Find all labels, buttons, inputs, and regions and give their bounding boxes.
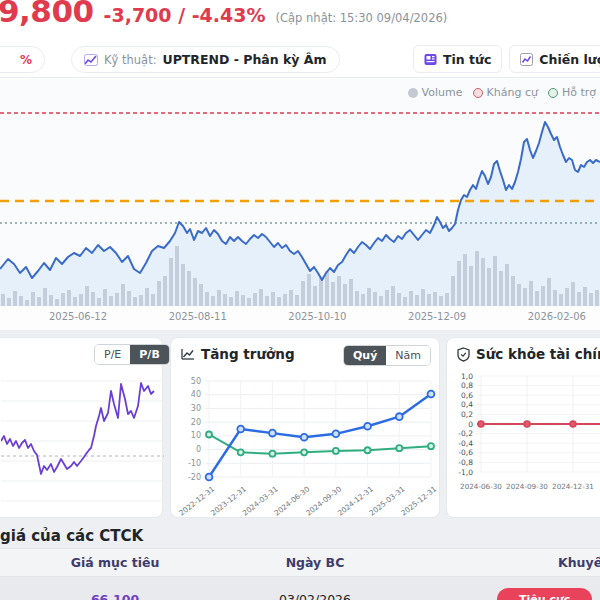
indicator-percent: % (20, 53, 32, 67)
x-axis-date-label: 2025-10-10 (272, 311, 362, 322)
legend-support-label: Hỗ trợ (562, 86, 596, 99)
target-price-link[interactable]: 66,100 (91, 592, 139, 600)
health-line-chart: 1,00,80,60,40,20-0,2-0,4-0,6-0,8-1,02024… (451, 366, 600, 516)
price-chart-x-axis: 2025-06-122025-08-112025-10-102025-12-09… (0, 306, 600, 330)
x-axis-date-label: 2025-12-09 (392, 311, 482, 322)
growth-line-chart: 50403020100-10-202022-12-312023-12-31202… (175, 369, 437, 517)
svg-text:-10: -10 (188, 459, 201, 468)
health-title-text: Sức khỏe tài chính (476, 346, 600, 362)
financial-health-card: Sức khỏe tài chính 1,00,80,60,40,20-0,2-… (446, 337, 600, 518)
growth-card-title: Tăng trưởng (181, 346, 295, 362)
quarter-toggle-button[interactable]: Quý (344, 346, 386, 365)
x-axis-date-label: 2025-08-11 (153, 311, 243, 322)
x-axis-date-label: 2026-02-06 (512, 311, 600, 322)
pb-ratio-chart (1, 374, 164, 516)
news-button[interactable]: Tin tức (413, 45, 502, 73)
svg-text:0: 0 (468, 420, 473, 429)
svg-text:2024-06-30: 2024-06-30 (460, 482, 502, 491)
recommendation-badge: Tiêu cực (497, 588, 592, 600)
legend-resistance-label: Kháng cự (487, 86, 538, 99)
report-date-value: 03/02/2026 (230, 592, 400, 600)
pe-pb-toggle: P/E P/B (94, 344, 170, 365)
strategy-button[interactable]: Chiến lược (509, 45, 600, 73)
svg-text:-0,8: -0,8 (458, 458, 473, 467)
svg-text:0,4: 0,4 (461, 400, 473, 409)
volume-dot-icon (408, 88, 418, 98)
valuation-table-row: 66,100 03/02/2026 Tiêu cực (0, 577, 600, 600)
resistance-dot-icon (473, 88, 483, 98)
broker-valuation-section: giá của các CTCK Giá mục tiêu Ngày BC Kh… (0, 522, 600, 600)
svg-text:0: 0 (196, 445, 201, 454)
strategy-chart-icon (520, 53, 533, 66)
svg-text:0,6: 0,6 (461, 391, 473, 400)
price-row: 9,800 -3,700 / -4.43% (Cập nhật: 15:30 0… (0, 0, 447, 29)
pills-row: % Kỹ thuật: UPTREND - Phân kỳ Âm (0, 46, 340, 73)
svg-text:-0,4: -0,4 (458, 439, 473, 448)
pe-pb-card: P/E P/B (0, 337, 163, 518)
valuation-table-title: giá của các CTCK (0, 527, 143, 545)
indicator-pill-clipped[interactable]: % (0, 46, 45, 73)
col-target-price: Giá mục tiêu (0, 555, 230, 570)
news-icon (424, 53, 437, 66)
line-chart-icon (84, 54, 98, 66)
strategy-button-label: Chiến lược (539, 52, 600, 67)
svg-text:-0,2: -0,2 (458, 429, 473, 438)
year-toggle-button[interactable]: Năm (386, 346, 430, 365)
current-price: 9,800 (0, 0, 94, 29)
chart-legend: Volume Kháng cự Hỗ trợ (408, 86, 596, 99)
col-report-date: Ngày BC (230, 555, 400, 570)
price-volume-chart (0, 101, 600, 306)
support-dot-icon (548, 88, 558, 98)
pe-toggle-button[interactable]: P/E (95, 345, 130, 364)
shield-icon (457, 347, 470, 362)
svg-text:0,2: 0,2 (461, 410, 473, 419)
svg-text:2024-12-31: 2024-12-31 (552, 482, 594, 491)
technical-value: UPTREND - Phân kỳ Âm (163, 52, 327, 67)
news-button-label: Tin tức (443, 52, 491, 67)
svg-text:-20: -20 (188, 473, 201, 482)
growth-period-toggle: Quý Năm (343, 345, 431, 366)
header: 9,800 -3,700 / -4.43% (Cập nhật: 15:30 0… (0, 0, 600, 78)
price-change: -3,700 / -4.43% (104, 4, 266, 26)
svg-text:50: 50 (191, 377, 201, 386)
health-card-title: Sức khỏe tài chính (457, 346, 600, 362)
last-updated: (Cập nhật: 15:30 09/04/2026) (276, 11, 448, 25)
legend-resistance[interactable]: Kháng cự (473, 86, 538, 99)
growth-title-text: Tăng trưởng (201, 346, 295, 362)
growth-chart-icon (181, 348, 195, 361)
svg-text:2024-09-30: 2024-09-30 (506, 482, 548, 491)
legend-support[interactable]: Hỗ trợ (548, 86, 596, 99)
svg-text:0,8: 0,8 (461, 381, 473, 390)
technical-pill[interactable]: Kỹ thuật: UPTREND - Phân kỳ Âm (71, 46, 340, 73)
svg-text:1,0: 1,0 (461, 372, 473, 381)
growth-card: Tăng trưởng Quý Năm 50403020100-10-20202… (170, 337, 440, 518)
svg-text:-1,0: -1,0 (458, 468, 473, 477)
x-axis-date-label: 2025-06-12 (33, 311, 123, 322)
price-chart-section: Volume Kháng cự Hỗ trợ 2025-06-122025-08… (0, 79, 600, 330)
col-recommendation: Khuyến nghị (400, 555, 600, 570)
valuation-table-header: Giá mục tiêu Ngày BC Khuyến nghị (0, 548, 600, 577)
svg-text:-0,6: -0,6 (458, 448, 473, 457)
svg-text:20: 20 (191, 418, 201, 427)
svg-text:40: 40 (191, 390, 201, 399)
technical-label: Kỹ thuật: (104, 53, 157, 67)
svg-text:10: 10 (191, 431, 201, 440)
pb-toggle-button[interactable]: P/B (130, 345, 168, 364)
analysis-cards: P/E P/B Tăng trưởng Quý Năm 50403020100-… (0, 330, 600, 522)
legend-volume[interactable]: Volume (408, 86, 463, 99)
legend-volume-label: Volume (422, 86, 463, 99)
svg-text:30: 30 (191, 404, 201, 413)
header-actions: Tin tức Chiến lược Báo cáo (413, 45, 600, 73)
svg-text:2025-12-31: 2025-12-31 (399, 484, 437, 517)
